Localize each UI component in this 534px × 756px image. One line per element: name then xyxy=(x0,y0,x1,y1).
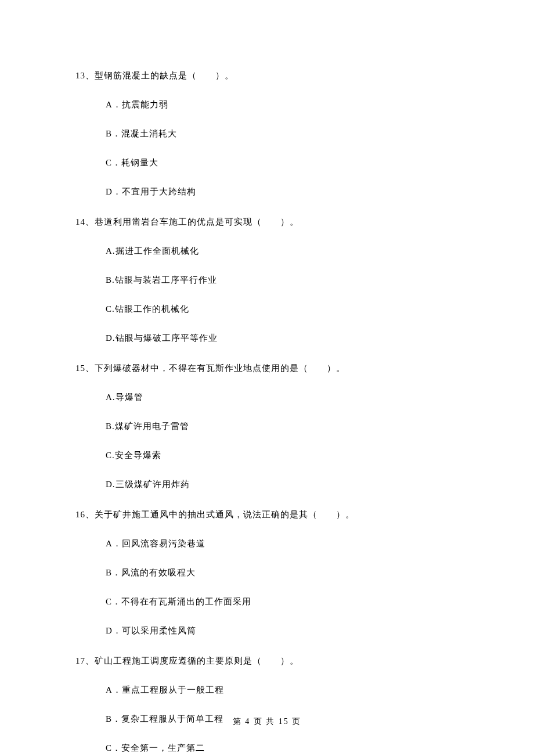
question-body: 巷道利用凿岩台车施工的优点是可实现（ ）。 xyxy=(95,217,299,226)
question-17: 17、矿山工程施工调度应遵循的主要原则是（ ）。 A．重点工程服从于一般工程 B… xyxy=(75,654,459,756)
option-c: C．不得在有瓦斯涌出的工作面采用 xyxy=(106,595,459,609)
option-c: C．耗钢量大 xyxy=(106,156,459,170)
question-16: 16、关于矿井施工通风中的抽出式通风，说法正确的是其（ ）。 A．回风流容易污染… xyxy=(75,507,459,638)
option-c: C.安全导爆索 xyxy=(106,448,459,462)
question-number: 17、 xyxy=(75,656,95,665)
option-b: B．风流的有效吸程大 xyxy=(106,566,459,579)
question-text: 15、下列爆破器材中，不得在有瓦斯作业地点使用的是（ ）。 xyxy=(75,361,459,375)
option-c: C.钻眼工作的机械化 xyxy=(106,302,459,316)
question-body: 关于矿井施工通风中的抽出式通风，说法正确的是其（ ）。 xyxy=(95,510,355,519)
option-d: D.三级煤矿许用炸药 xyxy=(106,477,459,491)
option-d: D.钻眼与爆破工序平等作业 xyxy=(106,331,459,345)
question-number: 13、 xyxy=(75,71,95,80)
page-footer: 第 4 页 共 15 页 xyxy=(0,717,534,727)
question-body: 矿山工程施工调度应遵循的主要原则是（ ）。 xyxy=(95,656,299,665)
question-text: 13、型钢筋混凝土的缺点是（ ）。 xyxy=(75,69,459,82)
option-b: B.钻眼与装岩工序平行作业 xyxy=(106,273,459,287)
option-a: A．抗震能力弱 xyxy=(106,98,459,111)
option-b: B.煤矿许用电子雷管 xyxy=(106,419,459,433)
question-13: 13、型钢筋混凝土的缺点是（ ）。 A．抗震能力弱 B．混凝土消耗大 C．耗钢量… xyxy=(75,69,459,199)
option-a: A.掘进工作全面机械化 xyxy=(106,244,459,258)
option-d: D．不宜用于大跨结构 xyxy=(106,185,459,199)
question-number: 15、 xyxy=(75,363,95,373)
option-a: A．重点工程服从于一般工程 xyxy=(106,683,459,697)
page-content: 13、型钢筋混凝土的缺点是（ ）。 A．抗震能力弱 B．混凝土消耗大 C．耗钢量… xyxy=(0,0,534,756)
option-a: A．回风流容易污染巷道 xyxy=(106,537,459,550)
option-c: C．安全第一，生产第二 xyxy=(106,741,459,755)
option-b: B．混凝土消耗大 xyxy=(106,127,459,141)
question-text: 14、巷道利用凿岩台车施工的优点是可实现（ ）。 xyxy=(75,215,459,229)
option-d: D．可以采用柔性风筒 xyxy=(106,624,459,638)
question-text: 17、矿山工程施工调度应遵循的主要原则是（ ）。 xyxy=(75,654,459,668)
option-a: A.导爆管 xyxy=(106,390,459,404)
question-body: 下列爆破器材中，不得在有瓦斯作业地点使用的是（ ）。 xyxy=(95,363,345,373)
question-14: 14、巷道利用凿岩台车施工的优点是可实现（ ）。 A.掘进工作全面机械化 B.钻… xyxy=(75,215,459,345)
question-text: 16、关于矿井施工通风中的抽出式通风，说法正确的是其（ ）。 xyxy=(75,507,459,521)
question-15: 15、下列爆破器材中，不得在有瓦斯作业地点使用的是（ ）。 A.导爆管 B.煤矿… xyxy=(75,361,459,491)
question-body: 型钢筋混凝土的缺点是（ ）。 xyxy=(95,71,234,80)
question-number: 16、 xyxy=(75,510,95,519)
question-number: 14、 xyxy=(75,217,95,226)
